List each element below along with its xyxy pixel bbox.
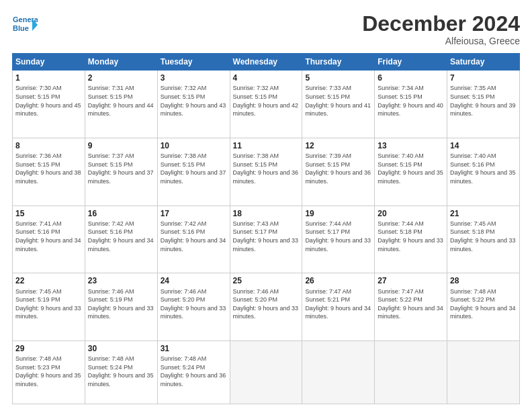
col-header-friday: Friday bbox=[375, 54, 447, 71]
day-number: 18 bbox=[233, 208, 300, 219]
day-number: 6 bbox=[378, 73, 444, 83]
calendar-cell: 12Sunrise: 7:39 AMSunset: 5:15 PMDayligh… bbox=[302, 138, 375, 205]
title-block: December 2024 Alfeiousa, Greece bbox=[362, 12, 520, 46]
day-info: Sunrise: 7:40 AMSunset: 5:16 PMDaylight:… bbox=[450, 152, 517, 185]
day-number: 28 bbox=[450, 275, 517, 286]
day-number: 30 bbox=[88, 343, 154, 354]
page: General Blue December 2024 Alfeiousa, Gr… bbox=[0, 0, 532, 411]
day-number: 21 bbox=[450, 208, 517, 219]
svg-text:Blue: Blue bbox=[13, 24, 29, 32]
day-number: 1 bbox=[15, 73, 82, 83]
calendar-cell: 19Sunrise: 7:44 AMSunset: 5:17 PMDayligh… bbox=[302, 205, 375, 273]
day-number: 9 bbox=[88, 140, 154, 151]
day-number: 22 bbox=[15, 275, 82, 286]
calendar-cell: 27Sunrise: 7:47 AMSunset: 5:22 PMDayligh… bbox=[375, 273, 447, 341]
col-header-saturday: Saturday bbox=[447, 54, 520, 71]
calendar-cell: 30Sunrise: 7:48 AMSunset: 5:24 PMDayligh… bbox=[85, 341, 157, 404]
calendar-cell: 10Sunrise: 7:38 AMSunset: 5:15 PMDayligh… bbox=[157, 138, 230, 205]
day-number: 27 bbox=[378, 275, 444, 286]
week-row-4: 22Sunrise: 7:45 AMSunset: 5:19 PMDayligh… bbox=[13, 273, 520, 341]
week-row-2: 8Sunrise: 7:36 AMSunset: 5:15 PMDaylight… bbox=[13, 138, 520, 205]
col-header-tuesday: Tuesday bbox=[157, 54, 230, 71]
calendar-cell: 18Sunrise: 7:43 AMSunset: 5:17 PMDayligh… bbox=[230, 205, 302, 273]
day-info: Sunrise: 7:46 AMSunset: 5:20 PMDaylight:… bbox=[161, 287, 227, 321]
day-info: Sunrise: 7:47 AMSunset: 5:21 PMDaylight:… bbox=[305, 287, 371, 321]
week-row-5: 29Sunrise: 7:48 AMSunset: 5:23 PMDayligh… bbox=[13, 341, 520, 404]
logo-svg: General Blue bbox=[12, 12, 38, 38]
day-info: Sunrise: 7:46 AMSunset: 5:20 PMDaylight:… bbox=[233, 287, 300, 321]
week-row-1: 1Sunrise: 7:30 AMSunset: 5:15 PMDaylight… bbox=[13, 71, 520, 138]
day-number: 5 bbox=[305, 73, 371, 83]
calendar-cell: 28Sunrise: 7:48 AMSunset: 5:22 PMDayligh… bbox=[447, 273, 520, 341]
day-number: 20 bbox=[378, 208, 444, 219]
day-info: Sunrise: 7:38 AMSunset: 5:15 PMDaylight:… bbox=[161, 152, 227, 185]
day-info: Sunrise: 7:38 AMSunset: 5:15 PMDaylight:… bbox=[233, 152, 300, 185]
day-number: 16 bbox=[88, 208, 154, 219]
day-number: 11 bbox=[233, 140, 300, 151]
day-info: Sunrise: 7:48 AMSunset: 5:23 PMDaylight:… bbox=[15, 355, 82, 388]
day-info: Sunrise: 7:34 AMSunset: 5:15 PMDaylight:… bbox=[378, 84, 444, 118]
calendar-cell bbox=[447, 341, 520, 404]
header: General Blue December 2024 Alfeiousa, Gr… bbox=[12, 12, 520, 46]
day-number: 13 bbox=[378, 140, 444, 151]
day-info: Sunrise: 7:45 AMSunset: 5:18 PMDaylight:… bbox=[450, 220, 517, 253]
day-info: Sunrise: 7:45 AMSunset: 5:19 PMDaylight:… bbox=[15, 287, 82, 321]
day-number: 17 bbox=[161, 208, 227, 219]
day-info: Sunrise: 7:36 AMSunset: 5:15 PMDaylight:… bbox=[15, 152, 82, 185]
day-info: Sunrise: 7:35 AMSunset: 5:15 PMDaylight:… bbox=[450, 84, 517, 118]
day-number: 3 bbox=[161, 73, 227, 83]
day-info: Sunrise: 7:37 AMSunset: 5:15 PMDaylight:… bbox=[88, 152, 154, 185]
day-info: Sunrise: 7:48 AMSunset: 5:24 PMDaylight:… bbox=[88, 355, 154, 388]
calendar-cell: 9Sunrise: 7:37 AMSunset: 5:15 PMDaylight… bbox=[85, 138, 157, 205]
calendar-cell: 8Sunrise: 7:36 AMSunset: 5:15 PMDaylight… bbox=[13, 138, 85, 205]
calendar-cell: 22Sunrise: 7:45 AMSunset: 5:19 PMDayligh… bbox=[13, 273, 85, 341]
day-info: Sunrise: 7:32 AMSunset: 5:15 PMDaylight:… bbox=[233, 84, 300, 118]
day-info: Sunrise: 7:41 AMSunset: 5:16 PMDaylight:… bbox=[15, 220, 82, 253]
calendar-cell bbox=[375, 341, 447, 404]
calendar-cell: 24Sunrise: 7:46 AMSunset: 5:20 PMDayligh… bbox=[157, 273, 230, 341]
day-number: 23 bbox=[88, 275, 154, 286]
col-header-sunday: Sunday bbox=[13, 54, 85, 71]
day-number: 7 bbox=[450, 73, 517, 83]
calendar-cell: 16Sunrise: 7:42 AMSunset: 5:16 PMDayligh… bbox=[85, 205, 157, 273]
day-number: 29 bbox=[15, 343, 82, 354]
header-row: SundayMondayTuesdayWednesdayThursdayFrid… bbox=[13, 54, 520, 71]
day-info: Sunrise: 7:39 AMSunset: 5:15 PMDaylight:… bbox=[305, 152, 371, 185]
calendar-cell: 6Sunrise: 7:34 AMSunset: 5:15 PMDaylight… bbox=[375, 71, 447, 138]
col-header-monday: Monday bbox=[85, 54, 157, 71]
day-info: Sunrise: 7:48 AMSunset: 5:24 PMDaylight:… bbox=[161, 355, 227, 388]
calendar-cell: 4Sunrise: 7:32 AMSunset: 5:15 PMDaylight… bbox=[230, 71, 302, 138]
day-info: Sunrise: 7:31 AMSunset: 5:15 PMDaylight:… bbox=[88, 84, 154, 118]
day-info: Sunrise: 7:46 AMSunset: 5:19 PMDaylight:… bbox=[88, 287, 154, 321]
day-number: 26 bbox=[305, 275, 371, 286]
calendar-cell: 25Sunrise: 7:46 AMSunset: 5:20 PMDayligh… bbox=[230, 273, 302, 341]
day-info: Sunrise: 7:40 AMSunset: 5:15 PMDaylight:… bbox=[378, 152, 444, 185]
day-number: 19 bbox=[305, 208, 371, 219]
calendar-cell: 5Sunrise: 7:33 AMSunset: 5:15 PMDaylight… bbox=[302, 71, 375, 138]
calendar-cell: 7Sunrise: 7:35 AMSunset: 5:15 PMDaylight… bbox=[447, 71, 520, 138]
calendar-cell: 17Sunrise: 7:42 AMSunset: 5:16 PMDayligh… bbox=[157, 205, 230, 273]
calendar-cell: 23Sunrise: 7:46 AMSunset: 5:19 PMDayligh… bbox=[85, 273, 157, 341]
day-info: Sunrise: 7:43 AMSunset: 5:17 PMDaylight:… bbox=[233, 220, 300, 253]
calendar-cell: 26Sunrise: 7:47 AMSunset: 5:21 PMDayligh… bbox=[302, 273, 375, 341]
calendar-cell bbox=[302, 341, 375, 404]
day-info: Sunrise: 7:42 AMSunset: 5:16 PMDaylight:… bbox=[161, 220, 227, 253]
day-info: Sunrise: 7:30 AMSunset: 5:15 PMDaylight:… bbox=[15, 84, 82, 118]
calendar-cell: 11Sunrise: 7:38 AMSunset: 5:15 PMDayligh… bbox=[230, 138, 302, 205]
calendar-cell: 13Sunrise: 7:40 AMSunset: 5:15 PMDayligh… bbox=[375, 138, 447, 205]
day-number: 24 bbox=[161, 275, 227, 286]
day-number: 31 bbox=[161, 343, 227, 354]
col-header-wednesday: Wednesday bbox=[230, 54, 302, 71]
day-number: 14 bbox=[450, 140, 517, 151]
day-info: Sunrise: 7:33 AMSunset: 5:15 PMDaylight:… bbox=[305, 84, 371, 118]
day-number: 8 bbox=[15, 140, 82, 151]
day-info: Sunrise: 7:44 AMSunset: 5:17 PMDaylight:… bbox=[305, 220, 371, 253]
calendar-table: SundayMondayTuesdayWednesdayThursdayFrid… bbox=[12, 53, 520, 404]
week-row-3: 15Sunrise: 7:41 AMSunset: 5:16 PMDayligh… bbox=[13, 205, 520, 273]
calendar-cell: 31Sunrise: 7:48 AMSunset: 5:24 PMDayligh… bbox=[157, 341, 230, 404]
location: Alfeiousa, Greece bbox=[362, 36, 520, 46]
month-title: December 2024 bbox=[362, 12, 520, 36]
col-header-thursday: Thursday bbox=[302, 54, 375, 71]
day-number: 25 bbox=[233, 275, 300, 286]
day-info: Sunrise: 7:42 AMSunset: 5:16 PMDaylight:… bbox=[88, 220, 154, 253]
